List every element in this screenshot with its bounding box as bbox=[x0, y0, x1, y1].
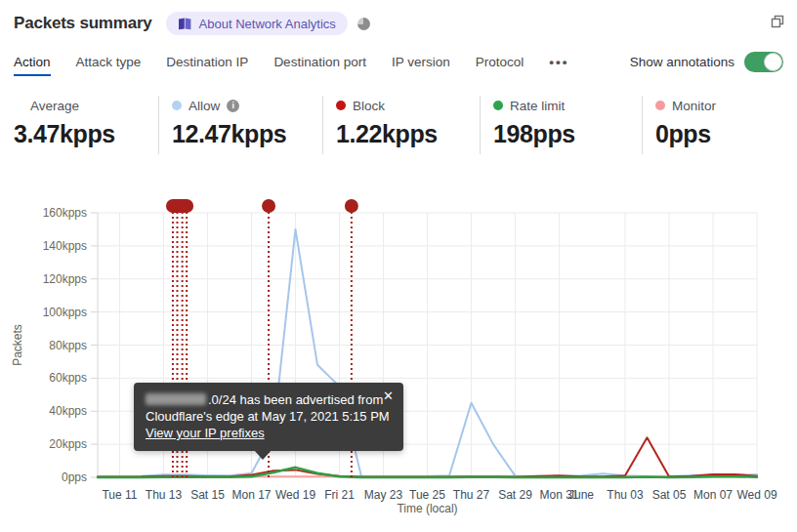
svg-text:Tue 11: Tue 11 bbox=[102, 488, 137, 502]
tab-action[interactable]: Action bbox=[14, 55, 51, 69]
block-dot bbox=[336, 101, 346, 110]
info-icon[interactable]: i bbox=[227, 100, 239, 112]
stat-value: 12.47kpps bbox=[172, 120, 286, 148]
tab-attack-type[interactable]: Attack type bbox=[76, 55, 142, 69]
stat-value: 198pps bbox=[493, 120, 575, 148]
badge-label: About Network Analytics bbox=[199, 17, 336, 31]
tooltip-line-1: .0/24 has been advertised from bbox=[146, 391, 392, 408]
svg-text:140kpps: 140kpps bbox=[43, 239, 87, 253]
svg-text:40kpps: 40kpps bbox=[49, 404, 87, 418]
tab-destination-ip[interactable]: Destination IP bbox=[166, 55, 248, 69]
packets-summary-panel: Packets summary About Network Analytics … bbox=[0, 0, 797, 532]
svg-text:Thu 03: Thu 03 bbox=[607, 488, 644, 502]
svg-text:Mon 07: Mon 07 bbox=[693, 488, 733, 502]
stat-average: Average 3.47kpps bbox=[14, 98, 115, 148]
stat-label: Allow bbox=[189, 99, 220, 113]
tab-destination-port[interactable]: Destination port bbox=[273, 55, 366, 69]
svg-text:Sat 15: Sat 15 bbox=[190, 488, 225, 502]
stat-value: 0pps bbox=[655, 120, 716, 148]
stat-monitor: Monitor 0pps bbox=[655, 98, 716, 148]
svg-text:Fri 21: Fri 21 bbox=[324, 488, 355, 502]
annotation-tooltip: ✕ .0/24 has been advertised from Cloudfl… bbox=[134, 383, 403, 451]
svg-text:June: June bbox=[568, 488, 594, 502]
svg-text:May 23: May 23 bbox=[364, 488, 403, 502]
stat-label: Monitor bbox=[672, 99, 716, 113]
svg-text:Thu 27: Thu 27 bbox=[453, 488, 490, 502]
tooltip-caret bbox=[254, 450, 272, 460]
packets-time-series-chart[interactable]: 0pps20kpps40kpps60kpps80kpps100kpps120kp… bbox=[0, 176, 797, 522]
tooltip-line-2: Cloudflare's edge at May 17, 2021 5:15 P… bbox=[146, 408, 392, 425]
svg-text:0pps: 0pps bbox=[62, 471, 87, 484]
stat-rate-limit: Rate limit 198pps bbox=[493, 98, 575, 148]
stat-value: 3.47kpps bbox=[14, 120, 115, 148]
show-annotations-group: Show annotations bbox=[630, 52, 783, 72]
pie-chart-icon bbox=[357, 18, 370, 30]
stats-row: Average 3.47kpps Allowi 12.47kpps Block … bbox=[0, 94, 797, 162]
stat-label: Average bbox=[30, 99, 79, 113]
toggle-knob bbox=[764, 53, 782, 71]
svg-text:Sat 05: Sat 05 bbox=[652, 488, 687, 502]
divider bbox=[642, 96, 643, 154]
panel-header: Packets summary About Network Analytics bbox=[14, 10, 785, 37]
tooltip-close-icon[interactable]: ✕ bbox=[383, 388, 394, 404]
svg-text:Wed 19: Wed 19 bbox=[275, 488, 315, 502]
svg-text:100kpps: 100kpps bbox=[43, 306, 87, 319]
svg-text:20kpps: 20kpps bbox=[49, 437, 87, 451]
stat-label: Rate limit bbox=[510, 99, 565, 113]
svg-text:160kpps: 160kpps bbox=[43, 206, 87, 220]
tabs-row: Action Attack type Destination IP Destin… bbox=[14, 49, 783, 74]
page-title: Packets summary bbox=[14, 14, 152, 33]
divider bbox=[158, 96, 159, 154]
tabs-more-button[interactable]: ••• bbox=[549, 55, 568, 69]
stat-allow: Allowi 12.47kpps bbox=[172, 98, 286, 148]
tab-protocol[interactable]: Protocol bbox=[476, 55, 524, 69]
book-icon bbox=[178, 18, 192, 30]
allow-dot bbox=[172, 101, 182, 110]
show-annotations-toggle[interactable] bbox=[744, 52, 783, 72]
tab-ip-version[interactable]: IP version bbox=[392, 55, 450, 69]
svg-text:60kpps: 60kpps bbox=[49, 371, 87, 385]
copy-panel-icon[interactable] bbox=[770, 14, 785, 33]
stat-block: Block 1.22kpps bbox=[336, 98, 438, 148]
about-network-analytics-badge[interactable]: About Network Analytics bbox=[166, 12, 348, 35]
show-annotations-label: Show annotations bbox=[630, 55, 734, 69]
svg-text:Tue 25: Tue 25 bbox=[409, 488, 445, 502]
svg-text:Packets: Packets bbox=[11, 324, 24, 366]
view-ip-prefixes-link[interactable]: View your IP prefixes bbox=[146, 426, 265, 440]
tabs: Action Attack type Destination IP Destin… bbox=[14, 55, 568, 69]
svg-text:80kpps: 80kpps bbox=[49, 339, 87, 352]
redacted-ip-prefix bbox=[146, 393, 206, 405]
svg-text:Time (local): Time (local) bbox=[397, 502, 457, 515]
svg-text:Thu 13: Thu 13 bbox=[146, 488, 183, 502]
svg-text:120kpps: 120kpps bbox=[43, 272, 87, 286]
rate-limit-dot bbox=[493, 101, 503, 110]
divider bbox=[480, 96, 481, 154]
svg-text:Sat 29: Sat 29 bbox=[498, 488, 532, 502]
svg-text:Wed 09: Wed 09 bbox=[736, 488, 776, 502]
svg-text:Mon 17: Mon 17 bbox=[231, 488, 271, 502]
stat-label: Block bbox=[353, 99, 385, 113]
stat-value: 1.22kpps bbox=[336, 120, 438, 148]
divider bbox=[322, 96, 323, 154]
monitor-dot bbox=[655, 101, 665, 110]
